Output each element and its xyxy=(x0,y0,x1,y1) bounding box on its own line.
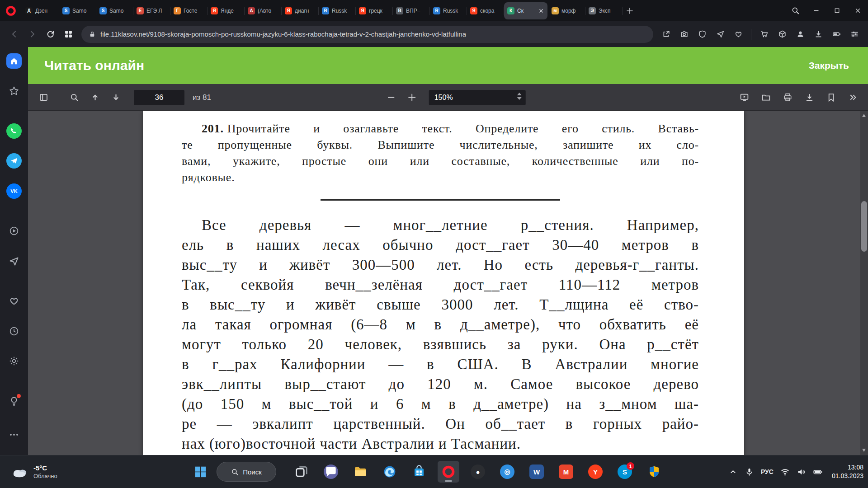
windows-security-button[interactable] xyxy=(643,461,665,483)
open-file-button[interactable] xyxy=(757,89,775,107)
tab-close-icon[interactable] xyxy=(538,8,544,14)
speed-dial-button[interactable] xyxy=(60,26,77,43)
tab-search-button[interactable] xyxy=(785,0,806,21)
save-button[interactable] xyxy=(800,89,818,107)
browser-tab[interactable]: КСк xyxy=(504,2,547,19)
browser-tab[interactable]: А(Авто xyxy=(245,2,281,19)
more-tools-button[interactable] xyxy=(844,89,862,107)
close-reader-button[interactable]: Закрыть xyxy=(809,60,849,71)
browser-tab[interactable]: SSamo xyxy=(59,2,95,19)
previous-page-button[interactable] xyxy=(86,89,104,107)
weather-widget[interactable]: -5°C Облачно xyxy=(6,455,62,488)
tab-title: Russk xyxy=(332,8,352,14)
yandex-browser-button[interactable]: Y xyxy=(585,461,606,483)
teams-chat-button[interactable] xyxy=(320,461,342,483)
camera-button[interactable] xyxy=(676,26,692,42)
language-indicator[interactable]: РУС xyxy=(761,468,774,475)
tab-title: Russk xyxy=(443,8,463,14)
presentation-mode-button[interactable] xyxy=(735,89,753,107)
zoom-spinner[interactable] xyxy=(517,93,522,100)
scroll-down-icon[interactable] xyxy=(862,449,866,452)
plus-icon xyxy=(407,93,416,102)
dark-app-button[interactable]: ● xyxy=(467,461,489,483)
sidebar-item-my-flow[interactable] xyxy=(4,251,24,271)
mail-app-button[interactable]: M xyxy=(555,461,577,483)
browser-tab[interactable]: ДДзен xyxy=(22,2,58,19)
browser-tab[interactable]: ЭЭксп xyxy=(585,2,622,19)
minimize-button[interactable] xyxy=(806,0,826,21)
file-explorer-button[interactable] xyxy=(349,461,371,483)
taskbar-search[interactable]: Поиск xyxy=(217,462,276,482)
battery-icon[interactable] xyxy=(813,467,822,477)
print-button[interactable] xyxy=(778,89,797,107)
zoom-out-button[interactable] xyxy=(382,89,400,107)
browser-tab[interactable]: Яскора xyxy=(467,2,503,19)
back-button[interactable] xyxy=(5,26,23,43)
wifi-icon[interactable] xyxy=(780,467,790,477)
sidebar-item-more[interactable] xyxy=(4,425,24,445)
scroll-up-icon[interactable] xyxy=(862,114,866,117)
new-tab-button[interactable] xyxy=(622,3,637,19)
word-button[interactable]: W xyxy=(526,461,547,483)
sliders-button[interactable] xyxy=(846,26,863,42)
sidebar-item-favorites[interactable] xyxy=(4,291,24,311)
share-button[interactable] xyxy=(658,26,674,42)
scrollbar[interactable] xyxy=(860,111,868,455)
browser-tab[interactable]: Ядиагн xyxy=(282,2,318,19)
plane-button[interactable] xyxy=(712,26,728,42)
shield-button[interactable] xyxy=(694,26,710,42)
close-window-button[interactable] xyxy=(847,0,868,21)
microsoft-store-button[interactable] xyxy=(408,461,430,483)
browser-tab[interactable]: мморф xyxy=(548,2,585,19)
skype-button[interactable]: S1 xyxy=(614,461,636,483)
sidebar-item-telegram[interactable] xyxy=(4,151,24,171)
browser-tab[interactable]: ГГосте xyxy=(170,2,207,19)
browser-tab[interactable]: Ягрецк xyxy=(356,2,392,19)
browser-tab[interactable]: RRussk xyxy=(430,2,466,19)
mail-app-icon: M xyxy=(559,465,573,479)
maximize-button[interactable] xyxy=(826,0,847,21)
volume-icon[interactable] xyxy=(797,467,806,477)
start-button[interactable] xyxy=(189,461,211,483)
hidden-icons-button[interactable] xyxy=(728,467,738,477)
next-page-button[interactable] xyxy=(107,89,125,107)
reload-button[interactable] xyxy=(42,26,59,43)
microphone-icon[interactable] xyxy=(745,467,754,477)
task-view-button[interactable] xyxy=(291,461,312,483)
sidebar-item-bookmarks[interactable] xyxy=(4,81,24,101)
sidebar-item-whatsapp[interactable] xyxy=(4,121,24,141)
cart-button[interactable] xyxy=(756,26,772,42)
browser-window: ДДзенSSamoSSamoЕЕГЭ ЛГГостеЯЯндеА(АвтоЯд… xyxy=(0,0,868,488)
find-button[interactable] xyxy=(65,89,83,107)
person-button[interactable] xyxy=(792,26,808,42)
sidebar-item-vk[interactable]: VK xyxy=(4,181,24,201)
taskbar-clock[interactable]: 13:08 01.03.2023 xyxy=(829,463,863,480)
scrollbar-thumb[interactable] xyxy=(861,201,867,252)
tab-favicon: Э xyxy=(589,7,596,14)
page-number-input[interactable] xyxy=(134,90,184,105)
opera-browser-button[interactable] xyxy=(438,461,459,483)
sidebar-item-settings[interactable] xyxy=(4,352,24,371)
browser-tab[interactable]: ВВПР– xyxy=(393,2,429,19)
heart-button[interactable] xyxy=(730,26,746,42)
sidebar-item-assistant[interactable] xyxy=(4,391,24,411)
browser-tab[interactable]: ЯЯнде xyxy=(208,2,244,19)
battery-button[interactable] xyxy=(828,26,844,42)
download-button[interactable] xyxy=(810,26,826,42)
sidebar-item-player[interactable] xyxy=(4,221,24,241)
bookmark-button[interactable] xyxy=(822,89,840,107)
cube-button[interactable] xyxy=(774,26,790,42)
browser-tab[interactable]: RRussk xyxy=(319,2,355,19)
blue-app-button[interactable]: ◎ xyxy=(496,461,518,483)
browser-tab[interactable]: ЕЕГЭ Л xyxy=(133,2,170,19)
edge-browser-button[interactable] xyxy=(379,461,401,483)
sidebar-item-history[interactable] xyxy=(4,321,24,341)
browser-tab[interactable]: SSamo xyxy=(96,2,132,19)
toggle-sidebar-button[interactable] xyxy=(34,89,52,107)
forward-button[interactable] xyxy=(24,26,41,43)
zoom-in-button[interactable] xyxy=(403,89,421,107)
zoom-select[interactable]: 150% xyxy=(429,90,526,105)
address-bar[interactable]: file.11klasov.net/9108-skoraja-pomosch-p… xyxy=(81,26,653,43)
sidebar-item-start-page[interactable] xyxy=(4,51,24,71)
opera-menu-button[interactable] xyxy=(0,0,22,21)
